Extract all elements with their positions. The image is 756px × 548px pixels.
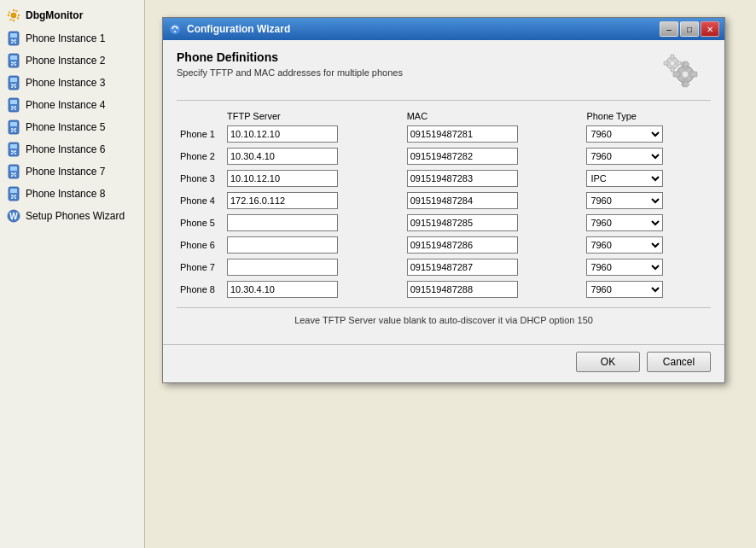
svg-rect-61	[11, 195, 13, 196]
phone6-icon	[5, 141, 22, 158]
svg-rect-33	[11, 106, 13, 108]
svg-rect-22	[15, 64, 16, 66]
phone-mac-input-8[interactable]	[407, 281, 518, 298]
svg-rect-64	[15, 197, 16, 199]
phone-mac-cell-3	[404, 167, 584, 189]
svg-rect-13	[15, 39, 16, 41]
svg-rect-50	[15, 153, 16, 154]
dialog-subtitle: Specify TFTP and MAC addresses for multi…	[177, 67, 403, 78]
phone-tftp-input-1[interactable]	[227, 125, 338, 143]
table-row: Phone 17960IPC79407970	[177, 123, 711, 145]
sidebar-item-phone7[interactable]: Phone Instance 7	[0, 160, 144, 183]
phone-label-6: Phone 6	[177, 234, 224, 256]
svg-rect-10	[10, 33, 17, 38]
phone-tftp-cell-7	[224, 256, 404, 278]
table-row: Phone 37960IPC79407970	[177, 167, 711, 189]
phone-type-select-1[interactable]: 7960IPC79407970	[586, 125, 663, 143]
phone-tftp-input-4[interactable]	[227, 192, 338, 209]
svg-marker-3	[7, 15, 9, 17]
phone-type-select-7[interactable]: 7960IPC79407970	[586, 259, 663, 276]
table-row: Phone 77960IPC79407970	[177, 256, 711, 278]
svg-rect-48	[15, 150, 16, 152]
dialog-title: Configuration Wizard	[187, 23, 660, 35]
ok-button[interactable]: OK	[576, 352, 640, 372]
col-phonetype-header: Phone Type	[583, 109, 711, 123]
phone-label-2: Phone 2	[177, 145, 224, 167]
cancel-button[interactable]: Cancel	[647, 352, 711, 372]
title-bar: Configuration Wizard – □ ✕	[163, 18, 724, 40]
svg-rect-49	[11, 153, 13, 154]
phone-mac-cell-6	[404, 234, 584, 256]
phone-type-cell-6: 7960IPC79407970	[583, 234, 711, 256]
svg-rect-84	[677, 61, 681, 65]
phone-label-4: Phone 4	[177, 189, 224, 212]
table-row: Phone 57960IPC79407970	[177, 212, 711, 234]
sidebar-label-phone4: Phone Instance 4	[26, 99, 105, 111]
svg-rect-12	[11, 39, 13, 41]
sidebar-label-phone2: Phone Instance 2	[26, 55, 105, 67]
svg-rect-15	[15, 42, 16, 44]
phone-type-select-4[interactable]: 7960IPC79407970	[586, 192, 663, 209]
phone1-icon	[5, 30, 22, 47]
svg-rect-74	[690, 72, 697, 77]
phone-mac-input-3[interactable]	[407, 170, 518, 187]
maximize-button[interactable]: □	[680, 21, 699, 37]
phone-tftp-input-2[interactable]	[227, 148, 338, 165]
svg-rect-59	[10, 189, 17, 193]
svg-rect-82	[671, 67, 674, 72]
phone8-icon	[5, 185, 22, 202]
phone-type-select-3[interactable]: 7960IPC79407970	[586, 170, 663, 187]
svg-rect-45	[10, 144, 17, 149]
sidebar-item-phone3[interactable]: Phone Instance 3	[0, 72, 144, 94]
phone-mac-input-5[interactable]	[407, 214, 518, 231]
phone-label-1: Phone 1	[177, 123, 224, 145]
phone-type-select-2[interactable]: 7960IPC79407970	[586, 148, 663, 165]
phone-mac-input-4[interactable]	[407, 192, 518, 209]
svg-rect-63	[11, 197, 13, 199]
svg-rect-40	[11, 128, 13, 130]
phone-mac-input-1[interactable]	[407, 125, 518, 143]
phone-tftp-input-6[interactable]	[227, 236, 338, 254]
sidebar-item-phone5[interactable]: Phone Instance 5	[0, 116, 144, 138]
phone-tftp-input-7[interactable]	[227, 259, 338, 276]
dialog-icon	[168, 22, 182, 36]
svg-rect-31	[10, 100, 17, 104]
phone-tftp-input-5[interactable]	[227, 214, 338, 231]
svg-text:W: W	[9, 212, 18, 221]
phone-mac-input-6[interactable]	[407, 236, 518, 254]
phone-tftp-cell-1	[224, 123, 404, 145]
phone-label-5: Phone 5	[177, 212, 224, 234]
svg-marker-7	[15, 10, 19, 12]
phone-tftp-cell-2	[224, 145, 404, 167]
phone-type-cell-7: 7960IPC79407970	[583, 256, 711, 278]
wizard-icon: W	[5, 207, 22, 224]
sidebar-label-phone5: Phone Instance 5	[26, 121, 105, 133]
sidebar-item-phone8[interactable]: Phone Instance 8	[0, 183, 144, 205]
svg-point-68	[174, 31, 176, 32]
sidebar-item-wizard[interactable]: W Setup Phones Wizard	[0, 205, 144, 227]
svg-rect-34	[15, 106, 16, 108]
phone-tftp-cell-3	[224, 167, 404, 189]
sidebar-item-phone4[interactable]: Phone Instance 4	[0, 94, 144, 116]
sidebar-item-phone1[interactable]: Phone Instance 1	[0, 27, 144, 50]
svg-rect-20	[15, 61, 16, 63]
phone-mac-input-7[interactable]	[407, 259, 518, 276]
phone-type-select-6[interactable]: 7960IPC79407970	[586, 236, 663, 254]
phone-type-select-8[interactable]: 7960IPC79407970	[586, 281, 663, 298]
col-tftp-header: TFTP Server	[224, 109, 404, 123]
phone-tftp-input-8[interactable]	[227, 281, 338, 298]
svg-rect-43	[15, 131, 16, 132]
svg-rect-73	[673, 72, 680, 77]
phone-type-select-5[interactable]: 7960IPC79407970	[586, 214, 663, 231]
phone-mac-cell-2	[404, 145, 584, 167]
minimize-button[interactable]: –	[660, 21, 678, 37]
phone-tftp-input-3[interactable]	[227, 170, 338, 187]
sidebar-item-phone6[interactable]: Phone Instance 6	[0, 138, 144, 160]
phone-mac-input-2[interactable]	[407, 148, 518, 165]
close-button[interactable]: ✕	[701, 21, 719, 37]
phone4-icon	[5, 96, 22, 114]
dialog-heading: Phone Definitions	[177, 50, 403, 64]
sidebar-item-phone2[interactable]: Phone Instance 2	[0, 50, 144, 72]
phone-type-cell-5: 7960IPC79407970	[583, 212, 711, 234]
phone-mac-cell-8	[404, 278, 584, 300]
